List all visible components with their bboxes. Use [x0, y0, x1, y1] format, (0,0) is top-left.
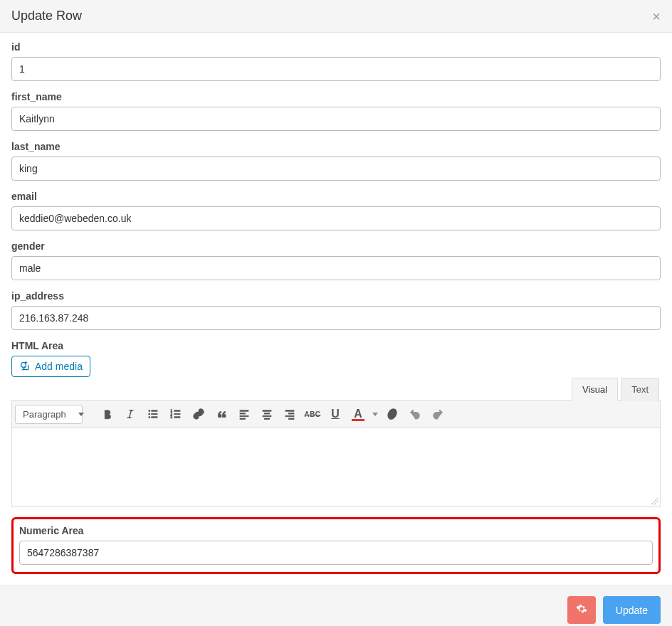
- svg-rect-10: [174, 410, 180, 412]
- link-button[interactable]: [188, 403, 209, 425]
- format-select[interactable]: Paragraph: [15, 405, 83, 424]
- svg-point-3: [149, 416, 150, 418]
- numeric-area-highlight: Numeric Area: [11, 517, 661, 574]
- svg-text:3: 3: [171, 415, 173, 419]
- svg-point-25: [387, 408, 399, 420]
- field-html-area: HTML Area Add media Visual Text: [11, 340, 661, 507]
- align-center-button[interactable]: [256, 403, 278, 425]
- modal-header: Update Row ×: [0, 0, 672, 33]
- svg-rect-21: [285, 410, 294, 412]
- field-first-name: first_name: [11, 91, 661, 131]
- align-left-button[interactable]: [233, 403, 255, 425]
- editor-container: Paragraph 123: [11, 400, 661, 507]
- svg-rect-16: [240, 418, 246, 420]
- svg-rect-22: [289, 413, 295, 415]
- editor-toolbar: Paragraph 123: [12, 400, 660, 428]
- add-media-label: Add media: [35, 361, 83, 372]
- field-gender: gender: [11, 240, 661, 280]
- modal-body: id first_name last_name email gender ip_…: [0, 33, 672, 585]
- svg-rect-11: [174, 413, 180, 415]
- redo-button[interactable]: [427, 403, 448, 425]
- svg-point-1: [149, 410, 150, 411]
- label-ip-address: ip_address: [11, 290, 661, 302]
- tab-visual[interactable]: Visual: [572, 378, 618, 401]
- close-icon: ×: [652, 9, 661, 24]
- clear-formatting-button[interactable]: [382, 403, 403, 425]
- field-last-name: last_name: [11, 141, 661, 181]
- input-first-name[interactable]: [11, 107, 661, 131]
- label-email: email: [11, 191, 661, 202]
- add-media-button[interactable]: Add media: [11, 356, 90, 377]
- input-last-name[interactable]: [11, 156, 661, 181]
- svg-rect-4: [152, 410, 157, 412]
- strikethrough-button[interactable]: ABC: [302, 403, 323, 425]
- svg-rect-24: [289, 418, 295, 420]
- settings-button[interactable]: [567, 596, 596, 624]
- field-email: email: [11, 191, 661, 230]
- label-first-name: first_name: [11, 91, 661, 102]
- label-id: id: [11, 41, 661, 53]
- undo-button[interactable]: [404, 403, 426, 425]
- italic-button[interactable]: [120, 403, 141, 425]
- align-right-button[interactable]: [279, 403, 300, 425]
- underline-button[interactable]: U: [325, 403, 346, 425]
- modal-title: Update Row: [11, 9, 82, 23]
- label-numeric-area: Numeric Area: [19, 525, 653, 536]
- svg-rect-5: [152, 413, 157, 415]
- bullet-list-button[interactable]: [142, 403, 164, 425]
- editor-tabs: Visual Text: [11, 377, 661, 400]
- svg-rect-14: [240, 413, 246, 415]
- modal-footer: Update: [0, 585, 672, 626]
- svg-rect-17: [263, 410, 271, 412]
- input-id[interactable]: [11, 57, 661, 81]
- close-button[interactable]: ×: [652, 9, 661, 23]
- label-last-name: last_name: [11, 141, 661, 152]
- numbered-list-button[interactable]: 123: [165, 403, 187, 425]
- svg-rect-6: [152, 417, 157, 418]
- tab-text[interactable]: Text: [621, 378, 659, 401]
- svg-rect-19: [263, 415, 271, 417]
- text-color-button[interactable]: A: [347, 403, 369, 425]
- update-button[interactable]: Update: [603, 596, 661, 624]
- field-id: id: [11, 41, 661, 81]
- svg-point-2: [149, 413, 150, 415]
- text-color-dropdown[interactable]: [370, 403, 380, 425]
- input-email[interactable]: [11, 206, 661, 230]
- svg-rect-18: [264, 413, 270, 415]
- editor-content-area[interactable]: [12, 428, 660, 506]
- svg-rect-12: [174, 417, 180, 418]
- media-icon: [19, 361, 31, 372]
- svg-rect-20: [264, 418, 270, 420]
- svg-rect-15: [240, 415, 248, 417]
- gear-icon: [576, 603, 587, 617]
- label-gender: gender: [11, 240, 661, 252]
- bold-button[interactable]: [97, 403, 118, 425]
- field-ip-address: ip_address: [11, 290, 661, 330]
- input-ip-address[interactable]: [11, 306, 661, 330]
- blockquote-button[interactable]: [211, 403, 232, 425]
- input-numeric-area[interactable]: [19, 541, 653, 565]
- svg-rect-23: [285, 415, 294, 417]
- svg-rect-13: [240, 410, 248, 412]
- input-gender[interactable]: [11, 256, 661, 280]
- label-html-area: HTML Area: [11, 340, 661, 351]
